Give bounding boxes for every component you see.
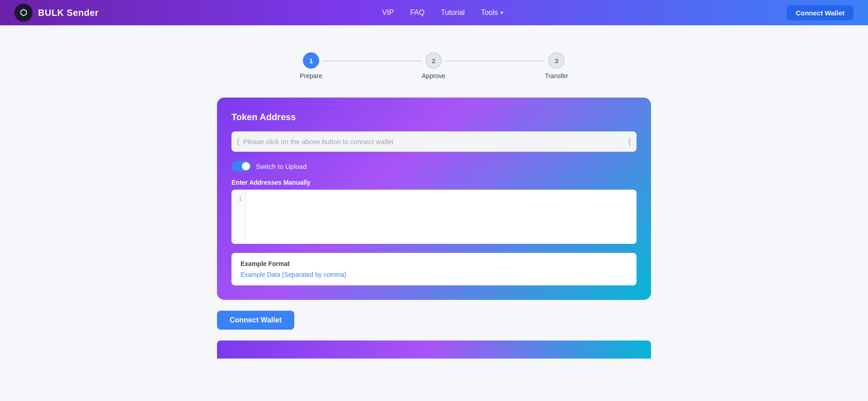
step-1-number: 1 (309, 57, 313, 65)
logo-icon: ⬡ (20, 8, 27, 18)
toggle-slider (231, 161, 251, 172)
token-address-input-wrap: ( ( (231, 131, 637, 152)
step-line-1 (322, 61, 422, 61)
step-2-number: 2 (432, 57, 435, 65)
nav-tools[interactable]: Tools ▾ (481, 9, 503, 17)
step-3-number: 3 (555, 57, 558, 65)
step-line-2 (445, 61, 545, 61)
token-address-input[interactable] (243, 131, 625, 152)
bottom-gradient-bar (217, 340, 651, 359)
example-data[interactable]: Example Data (Separated by comma) (241, 271, 627, 278)
step-2-label: Approve (422, 72, 445, 79)
nav-vip[interactable]: VIP (382, 9, 394, 17)
nav-tutorial[interactable]: Tutorial (441, 9, 465, 17)
connect-wallet-header-button[interactable]: Connect Wallet (787, 5, 854, 20)
toggle-label: Switch to Upload (256, 163, 307, 170)
step-3: 3 Transfer (545, 52, 568, 79)
addresses-textarea-wrap: 1 (231, 190, 637, 244)
step-3-label: Transfer (545, 72, 568, 79)
token-input-right-icon: ( (628, 137, 631, 146)
nav-faq[interactable]: FAQ (410, 9, 425, 17)
step-2: 2 Approve (422, 52, 445, 79)
brand-name: BULK Sender (38, 8, 99, 18)
main-content: 1 Prepare 2 Approve 3 Transfer Token Add… (208, 25, 660, 377)
connect-wallet-main-button[interactable]: Connect Wallet (217, 311, 294, 330)
card-title: Token Address (231, 112, 637, 122)
header-right: Connect Wallet (787, 5, 854, 20)
step-1-label: Prepare (300, 72, 322, 79)
example-box: Example Format Example Data (Separated b… (231, 253, 637, 285)
upload-toggle[interactable] (231, 161, 251, 172)
step-1-circle: 1 (303, 52, 319, 69)
step-2-circle: 2 (425, 52, 442, 69)
step-1: 1 Prepare (300, 52, 322, 79)
example-title: Example Format (241, 260, 627, 267)
header-nav: VIP FAQ Tutorial Tools ▾ (382, 9, 503, 17)
stepper: 1 Prepare 2 Approve 3 Transfer (217, 52, 651, 79)
main-card: Token Address ( ( Switch to Upload Enter… (217, 98, 651, 300)
toggle-row: Switch to Upload (231, 161, 637, 172)
line-number-1: 1 (235, 195, 242, 202)
step-3-circle: 3 (548, 52, 565, 69)
addresses-textarea[interactable] (246, 190, 637, 244)
header: ⬡ BULK Sender VIP FAQ Tutorial Tools ▾ C… (0, 0, 868, 25)
addresses-label: Enter Addresses Manually (231, 179, 637, 186)
logo-circle: ⬡ (14, 4, 33, 22)
tools-label: Tools (481, 9, 498, 17)
header-left: ⬡ BULK Sender (14, 4, 99, 22)
chevron-down-icon: ▾ (500, 9, 503, 16)
line-numbers: 1 (231, 190, 246, 244)
token-input-left-icon: ( (237, 137, 240, 146)
